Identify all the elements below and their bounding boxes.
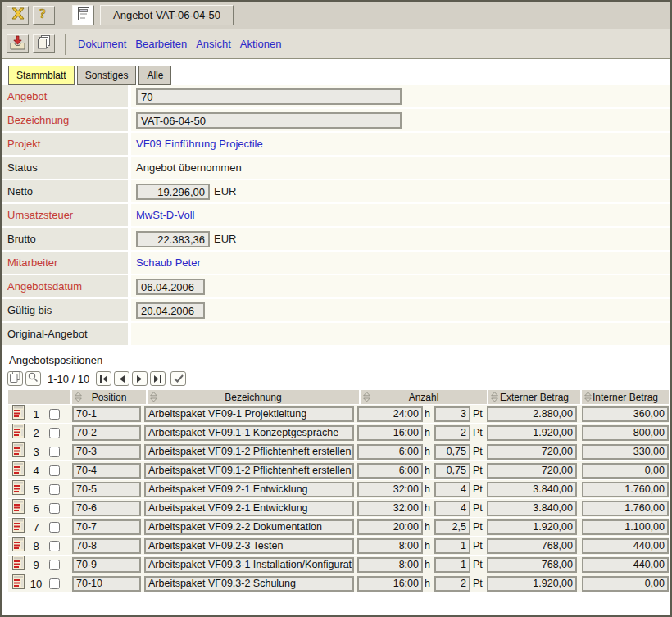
header-bezeichnung[interactable]: Bezeichnung bbox=[148, 390, 359, 404]
menu-bearbeiten[interactable]: Bearbeiten bbox=[135, 38, 187, 50]
bezeichnung-input[interactable]: Arbeitspaket VF09.2-1 Entwicklung bbox=[144, 482, 354, 497]
externer-betrag-input[interactable]: 720,00 bbox=[487, 444, 577, 460]
import-button[interactable] bbox=[7, 34, 29, 53]
externer-betrag-input[interactable]: 1.920,00 bbox=[487, 576, 577, 592]
bezeichnung-input[interactable]: Arbeitspaket VF09.2-3 Testen bbox=[144, 538, 354, 554]
faktor-input[interactable]: 2 bbox=[434, 576, 470, 592]
position-input[interactable]: 70-7 bbox=[72, 519, 141, 535]
pager-search-button[interactable] bbox=[25, 371, 41, 386]
position-input[interactable]: 70-1 bbox=[72, 406, 141, 422]
position-input[interactable]: 70-2 bbox=[72, 425, 141, 441]
interner-betrag-input[interactable]: 440,00 bbox=[582, 557, 669, 573]
brutto-input[interactable]: 22.383,36 bbox=[136, 231, 210, 247]
header-interner-betrag[interactable]: Interner Betrag bbox=[582, 390, 669, 404]
tab-sonstiges[interactable]: Sonstiges bbox=[77, 66, 137, 85]
interner-betrag-input[interactable]: 1.760,00 bbox=[582, 501, 669, 516]
open-position-button[interactable] bbox=[8, 556, 28, 574]
row-checkbox[interactable] bbox=[49, 541, 60, 551]
open-position-button[interactable] bbox=[8, 518, 28, 536]
bezeichnung-input[interactable]: Arbeitspaket VF09-1 Projektleitung bbox=[144, 406, 354, 422]
interner-betrag-input[interactable]: 800,00 bbox=[582, 425, 669, 441]
menu-dokument[interactable]: Dokument bbox=[78, 38, 126, 50]
mitarbeiter-link[interactable]: Schaub Peter bbox=[136, 256, 201, 269]
open-position-button[interactable] bbox=[8, 424, 28, 442]
first-page-button[interactable] bbox=[96, 371, 111, 386]
bezeichnung-input[interactable]: Arbeitspaket VF09.2-1 Entwicklung bbox=[144, 501, 354, 516]
angebotsdatum-input[interactable]: 06.04.2006 bbox=[136, 279, 205, 295]
anzahl-input[interactable]: 8:00 bbox=[357, 538, 423, 554]
tab-alle[interactable]: Alle bbox=[138, 66, 171, 85]
position-input[interactable]: 70-3 bbox=[72, 444, 141, 460]
document-button[interactable] bbox=[72, 5, 94, 25]
open-position-button[interactable] bbox=[8, 574, 28, 592]
anzahl-input[interactable]: 6:00 bbox=[357, 463, 423, 479]
open-position-button[interactable] bbox=[8, 405, 28, 423]
bezeichnung-input[interactable]: Arbeitspaket VF09.1-2 Pflichtenheft erst… bbox=[144, 463, 354, 479]
faktor-input[interactable]: 0,75 bbox=[434, 463, 470, 479]
close-button[interactable] bbox=[7, 6, 29, 25]
copy-button[interactable] bbox=[33, 34, 55, 53]
anzahl-input[interactable]: 6:00 bbox=[357, 444, 423, 460]
help-button[interactable]: ? bbox=[33, 6, 55, 25]
position-input[interactable]: 70-5 bbox=[72, 482, 141, 497]
interner-betrag-input[interactable]: 1.100,00 bbox=[582, 519, 669, 535]
faktor-input[interactable]: 1 bbox=[434, 557, 470, 573]
anzahl-input[interactable]: 32:00 bbox=[357, 501, 423, 516]
menu-aktionen[interactable]: Aktionen bbox=[240, 38, 282, 50]
gueltig-bis-input[interactable]: 20.04.2006 bbox=[136, 302, 205, 319]
position-input[interactable]: 70-10 bbox=[72, 576, 141, 592]
bezeichnung-input[interactable]: Arbeitspaket VF09.1-2 Pflichtenheft erst… bbox=[144, 444, 354, 460]
anzahl-input[interactable]: 16:00 bbox=[357, 576, 423, 592]
row-checkbox[interactable] bbox=[49, 503, 60, 514]
externer-betrag-input[interactable]: 1.920,00 bbox=[487, 425, 577, 441]
faktor-input[interactable]: 0,75 bbox=[434, 444, 470, 460]
interner-betrag-input[interactable]: 330,00 bbox=[582, 444, 669, 460]
faktor-input[interactable]: 2,5 bbox=[434, 519, 470, 535]
angebot-input[interactable]: 70 bbox=[136, 88, 402, 105]
row-checkbox[interactable] bbox=[49, 428, 60, 438]
header-anzahl[interactable]: Anzahl bbox=[361, 390, 487, 404]
row-checkbox[interactable] bbox=[49, 578, 60, 589]
open-position-button[interactable] bbox=[8, 537, 28, 555]
open-position-button[interactable] bbox=[8, 442, 28, 460]
row-checkbox[interactable] bbox=[49, 465, 60, 476]
externer-betrag-input[interactable]: 768,00 bbox=[487, 538, 577, 554]
externer-betrag-input[interactable]: 3.840,00 bbox=[487, 482, 577, 497]
faktor-input[interactable]: 3 bbox=[434, 406, 470, 422]
anzahl-input[interactable]: 24:00 bbox=[357, 406, 423, 422]
externer-betrag-input[interactable]: 768,00 bbox=[487, 557, 577, 573]
faktor-input[interactable]: 4 bbox=[434, 482, 470, 497]
open-position-button[interactable] bbox=[8, 461, 28, 479]
apply-check-button[interactable] bbox=[170, 371, 186, 386]
header-externer-betrag[interactable]: Externer Betrag bbox=[488, 390, 580, 404]
prev-page-button[interactable] bbox=[114, 371, 129, 386]
faktor-input[interactable]: 2 bbox=[434, 425, 470, 441]
bezeichnung-input[interactable]: Arbeitspaket VF09.2-2 Dokumentation bbox=[144, 519, 354, 535]
interner-betrag-input[interactable]: 0,00 bbox=[582, 463, 669, 479]
interner-betrag-input[interactable]: 360,00 bbox=[582, 406, 669, 422]
bezeichnung-input[interactable]: Arbeitspaket VF09.3-2 Schulung bbox=[144, 576, 354, 592]
row-checkbox[interactable] bbox=[49, 522, 60, 533]
umsatzsteuer-link[interactable]: MwSt-D-Voll bbox=[136, 209, 195, 221]
last-page-button[interactable] bbox=[150, 371, 166, 386]
externer-betrag-input[interactable]: 1.920,00 bbox=[487, 519, 577, 535]
anzahl-input[interactable]: 16:00 bbox=[357, 425, 423, 441]
interner-betrag-input[interactable]: 440,00 bbox=[582, 538, 669, 554]
bezeichnung-input[interactable]: VAT-06-04-50 bbox=[136, 112, 402, 129]
bezeichnung-input[interactable]: Arbeitspaket VF09.3-1 Installation/Konfi… bbox=[144, 557, 354, 573]
projekt-link[interactable]: VF09 Einführung Projectile bbox=[136, 138, 263, 150]
externer-betrag-input[interactable]: 720,00 bbox=[487, 463, 577, 479]
menu-ansicht[interactable]: Ansicht bbox=[196, 38, 231, 50]
interner-betrag-input[interactable]: 1.760,00 bbox=[582, 482, 669, 497]
externer-betrag-input[interactable]: 2.880,00 bbox=[487, 406, 577, 422]
position-input[interactable]: 70-6 bbox=[72, 501, 141, 516]
row-checkbox[interactable] bbox=[49, 560, 60, 570]
faktor-input[interactable]: 1 bbox=[434, 538, 470, 554]
anzahl-input[interactable]: 20:00 bbox=[357, 519, 423, 535]
position-input[interactable]: 70-9 bbox=[72, 557, 141, 573]
netto-input[interactable]: 19.296,00 bbox=[136, 184, 210, 200]
anzahl-input[interactable]: 8:00 bbox=[357, 557, 423, 573]
open-position-button[interactable] bbox=[8, 499, 28, 517]
pager-copy-button[interactable] bbox=[7, 371, 23, 386]
header-position[interactable]: Position bbox=[72, 390, 146, 404]
